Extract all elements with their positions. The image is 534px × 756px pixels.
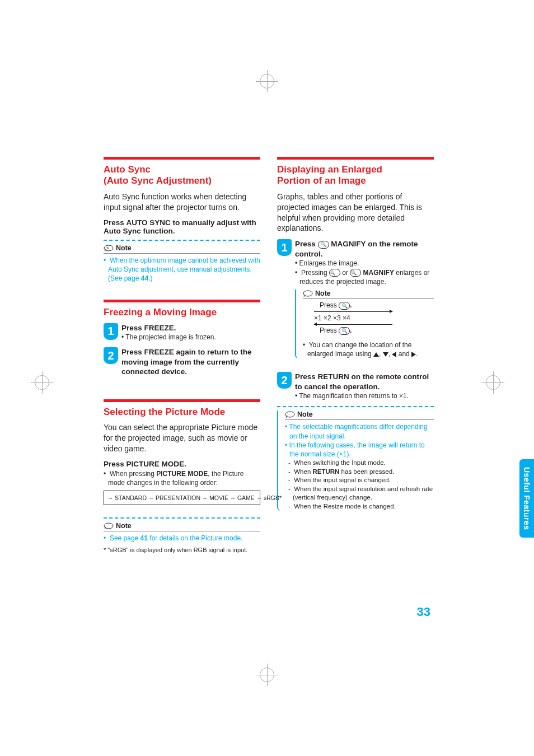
instruction-sub: When pressing PICTURE MODE, the Picture …: [104, 469, 260, 487]
section-freeze: Freezing a Moving Image 1 Press FREEZE. …: [104, 300, 260, 377]
note-icon: [303, 290, 313, 297]
magnify-plus-icon: 🔍: [318, 241, 329, 249]
section-body: Auto Sync function works when detecting …: [104, 192, 260, 213]
step-number: 1: [104, 323, 118, 340]
step-1: 1 Press FREEZE. The projected image is f…: [104, 323, 260, 342]
section-magnify: Displaying an Enlarged Portion of an Ima…: [277, 157, 434, 511]
note-bullet: In the following cases, the image will r…: [285, 441, 434, 459]
note-dash: When the input signal resolution and ref…: [285, 485, 434, 502]
magnify-plus-icon: 🔍: [339, 302, 350, 310]
section-title: Freezing a Moving Image: [104, 307, 260, 318]
press-plus: Press 🔍.: [320, 301, 434, 310]
arrow-up-icon: [373, 352, 379, 357]
note-heading: Note: [285, 410, 434, 420]
note-block-2: Note The selectable magnifications diffe…: [277, 410, 434, 511]
note-dash: When switching the Input mode.: [285, 459, 434, 468]
page-link-44[interactable]: 44: [141, 274, 148, 282]
section-divider: [104, 300, 260, 302]
section-divider: [277, 157, 434, 160]
arrow-left-icon: [392, 352, 396, 357]
footnote: * "sRGB" is displayed only when RGB sign…: [104, 547, 260, 553]
note-heading: ✎ Note: [104, 244, 260, 254]
note-heading: Note: [104, 522, 260, 531]
magnify-minus-icon: 🔍: [350, 269, 361, 277]
arrow-right-icon: [411, 352, 416, 357]
svg-text:✎: ✎: [106, 246, 109, 250]
left-column: Auto Sync (Auto Sync Adjustment) Auto Sy…: [104, 157, 260, 553]
section-divider: [104, 399, 260, 402]
page-link-41[interactable]: 41: [140, 534, 148, 542]
arrow-down-icon: [383, 352, 388, 357]
note-block: Note Press 🔍. ×1 ×2 ×3 ×4 Press 🔍. You c…: [295, 290, 434, 358]
section-title: Displaying an Enlarged Portion of an Ima…: [277, 164, 434, 187]
press-minus: Press 🔍.: [320, 326, 434, 335]
section-body: You can select the appropriate Picture m…: [104, 422, 260, 454]
note-bullet: When the optimum image cannot be achieve…: [104, 256, 260, 283]
step-1: 1 Press 🔍 MAGNIFY on the remote control.…: [277, 239, 434, 358]
step-number: 2: [277, 372, 292, 389]
mode-flow: →STANDARD →PRESENTATION →MOVIE →GAME →sR…: [104, 491, 260, 505]
section-picture-mode: Selecting the Picture Mode You can selec…: [104, 399, 260, 553]
note-icon: [285, 410, 295, 418]
section-divider: [104, 157, 260, 160]
note-dash: When the input signal is changed.: [285, 476, 434, 485]
section-title: Selecting the Picture Mode: [104, 407, 260, 418]
section-auto-sync: Auto Sync (Auto Sync Adjustment) Auto Sy…: [104, 157, 260, 283]
instruction: Press AUTO SYNC to manually adjust with …: [104, 218, 260, 235]
step-number: 2: [104, 347, 118, 364]
page-content: Auto Sync (Auto Sync Adjustment) Auto Sy…: [104, 157, 434, 553]
step-2: 2 Press FREEZE again to return to the mo…: [104, 347, 260, 377]
instruction: Press PICTURE MODE.: [104, 460, 260, 468]
section-body: Graphs, tables and other portions of pro…: [277, 192, 434, 234]
magnify-minus-icon: 🔍: [339, 327, 350, 335]
note-bullet: The selectable magnifications differ dep…: [285, 422, 434, 440]
note-dash: When the Resize mode is changed.: [285, 502, 434, 511]
side-tab: Useful Features: [519, 459, 534, 538]
note-icon: [104, 522, 114, 530]
magnify-levels: ×1 ×2 ×3 ×4: [314, 314, 434, 322]
note-dash: When RETURN has been pressed.: [285, 468, 434, 477]
magnify-plus-icon: 🔍: [329, 269, 340, 277]
step-number: 1: [277, 239, 292, 256]
location-note: You can change the location of the enlar…: [303, 340, 434, 358]
note-icon: ✎: [104, 244, 114, 252]
right-column: Displaying an Enlarged Portion of an Ima…: [277, 157, 434, 553]
step-2: 2 Press RETURN on the remote control to …: [277, 372, 434, 400]
section-title: Auto Sync (Auto Sync Adjustment): [104, 164, 260, 187]
note-heading: Note: [303, 290, 434, 299]
note-bullet: See page 41 for details on the Picture m…: [104, 534, 260, 543]
page-number: 33: [417, 605, 430, 619]
